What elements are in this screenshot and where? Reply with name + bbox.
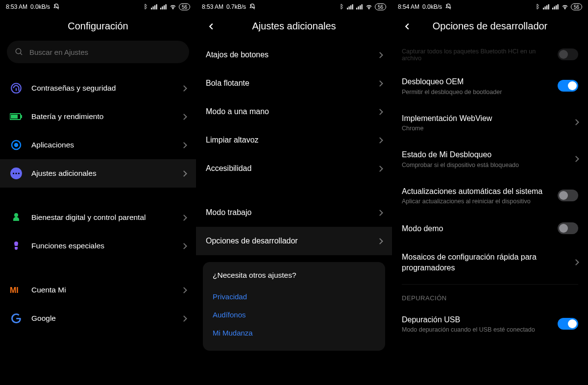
settings-item[interactable]: Modo demo <box>392 214 588 243</box>
toggle-switch[interactable] <box>558 318 578 330</box>
item-label: Depuración USB <box>402 314 549 325</box>
settings-item[interactable]: Estado de Mi DesbloqueoComprobar si el d… <box>392 141 588 177</box>
settings-item[interactable]: Opciones de desarrollador <box>196 227 392 255</box>
mi-icon: MI <box>10 284 23 296</box>
back-button[interactable] <box>402 21 413 32</box>
settings-item[interactable]: Bola flotante <box>196 69 392 97</box>
wifi-icon <box>366 3 372 10</box>
chevron-right-icon <box>377 109 383 115</box>
svg-point-20 <box>14 213 18 217</box>
settings-item[interactable]: Modo a una mano <box>196 97 392 126</box>
item-label: Ajustes adicionales <box>31 168 173 179</box>
item-label: Batería y rendimiento <box>31 112 173 122</box>
panel-configuracion: 8:53 AM 0.0kB/s 56 Configuración Buscar … <box>0 0 196 385</box>
svg-point-18 <box>15 172 17 174</box>
item-label: Limpiar altavoz <box>206 135 369 145</box>
svg-rect-36 <box>556 5 557 9</box>
settings-item[interactable]: Bienestar digital y control parental <box>0 203 196 232</box>
card-link[interactable]: Mi Mudanza <box>213 324 375 342</box>
chevron-right-icon <box>377 52 383 58</box>
svg-rect-34 <box>552 8 553 10</box>
svg-rect-3 <box>156 4 157 10</box>
svg-rect-5 <box>162 6 163 9</box>
settings-item[interactable]: Accesibilidad <box>196 154 392 183</box>
chevron-right-icon <box>377 166 383 172</box>
page-title: Opciones de desarrollador <box>420 21 560 32</box>
chevron-right-icon <box>377 238 383 244</box>
chevron-right-icon <box>573 120 579 126</box>
status-time: 8:53 AM <box>6 3 27 10</box>
settings-item[interactable]: Desbloqueo OEMPermitir el desbloqueo de … <box>392 68 588 104</box>
item-label: Modo demo <box>402 223 549 234</box>
settings-list: Atajos de botones Bola flotante Modo a u… <box>196 41 392 385</box>
svg-rect-6 <box>164 5 165 9</box>
item-label: Bienestar digital y control parental <box>31 213 173 223</box>
svg-rect-28 <box>360 5 361 9</box>
svg-rect-37 <box>557 4 558 10</box>
battery-level: 56 <box>571 3 582 10</box>
settings-item-usb-debug[interactable]: Depuración USBModo depuración cuando el … <box>392 306 588 342</box>
search-placeholder: Buscar en Ajustes <box>29 48 88 56</box>
svg-rect-12 <box>21 115 22 118</box>
item-subtext: Aplicar actualizaciones al reiniciar el … <box>402 198 549 205</box>
other-settings-card: ¿Necesita otros ajustes?PrivacidadAudífo… <box>203 262 385 351</box>
svg-rect-0 <box>151 8 152 10</box>
svg-line-9 <box>20 53 22 55</box>
card-link[interactable]: Privacidad <box>213 288 375 306</box>
settings-item[interactable]: Limpiar altavoz <box>196 126 392 154</box>
back-button[interactable] <box>206 21 217 32</box>
chevron-right-icon <box>181 170 187 177</box>
toggle-switch[interactable] <box>558 48 578 60</box>
header: Opciones de desarrollador <box>392 14 588 41</box>
settings-item[interactable]: Batería y rendimiento <box>0 102 196 131</box>
toggle-switch[interactable] <box>558 80 578 92</box>
item-subtext: Chrome <box>402 125 565 132</box>
item-label: Bola flotante <box>206 78 369 89</box>
search-input[interactable]: Buscar en Ajustes <box>7 41 189 63</box>
settings-item[interactable]: Implementación WebViewChrome <box>392 104 588 141</box>
signal-icon <box>356 3 363 10</box>
wifi-icon <box>170 3 176 10</box>
chevron-right-icon <box>181 315 187 322</box>
chevron-right-icon <box>377 80 383 87</box>
battery-level: 56 <box>179 3 190 10</box>
settings-item[interactable]: Ajustes adicionales <box>0 159 196 188</box>
settings-item[interactable]: Modo trabajo <box>196 198 392 227</box>
svg-point-19 <box>18 172 20 174</box>
svg-point-15 <box>15 144 18 146</box>
svg-rect-2 <box>154 5 155 9</box>
svg-rect-27 <box>358 6 359 9</box>
svg-rect-24 <box>350 5 351 9</box>
item-label: Capturar todos los paquetes Bluetooth HC… <box>402 48 549 62</box>
item-label: Funciones especiales <box>31 241 173 251</box>
settings-item[interactable]: MI Cuenta Mi <box>0 276 196 304</box>
status-speed: 0.7kB/s <box>226 3 246 10</box>
signal-icon <box>160 3 167 10</box>
item-label: Estado de Mi Desbloqueo <box>402 149 565 160</box>
settings-item[interactable]: Funciones especiales <box>0 232 196 260</box>
settings-item[interactable]: Atajos de botones <box>196 41 392 69</box>
settings-item[interactable]: Mosaicos de configuración rápida para pr… <box>392 243 588 282</box>
svg-rect-35 <box>554 6 555 9</box>
page-title: Ajustes adicionales <box>224 21 364 32</box>
settings-item[interactable]: Actualizaciones automáticas del sistemaA… <box>392 177 588 214</box>
chevron-left-icon <box>206 21 217 32</box>
search-icon <box>15 48 24 56</box>
toggle-switch[interactable] <box>558 222 578 234</box>
bluetooth-icon <box>534 3 540 10</box>
svg-rect-23 <box>348 6 349 9</box>
chevron-right-icon <box>377 210 383 216</box>
svg-rect-29 <box>361 4 362 10</box>
svg-point-17 <box>13 172 14 174</box>
settings-item[interactable]: Google <box>0 304 196 333</box>
svg-rect-31 <box>544 6 545 9</box>
battery-level: 56 <box>375 3 386 10</box>
chevron-right-icon <box>181 85 187 92</box>
status-speed: 0.0kB/s <box>422 3 442 10</box>
toggle-switch[interactable] <box>558 190 578 201</box>
svg-rect-26 <box>356 8 357 10</box>
settings-item[interactable]: Aplicaciones <box>0 131 196 159</box>
settings-item[interactable]: Contraseñas y seguridad <box>0 74 196 102</box>
bluetooth-icon <box>142 3 148 10</box>
card-link[interactable]: Audífonos <box>213 306 375 324</box>
